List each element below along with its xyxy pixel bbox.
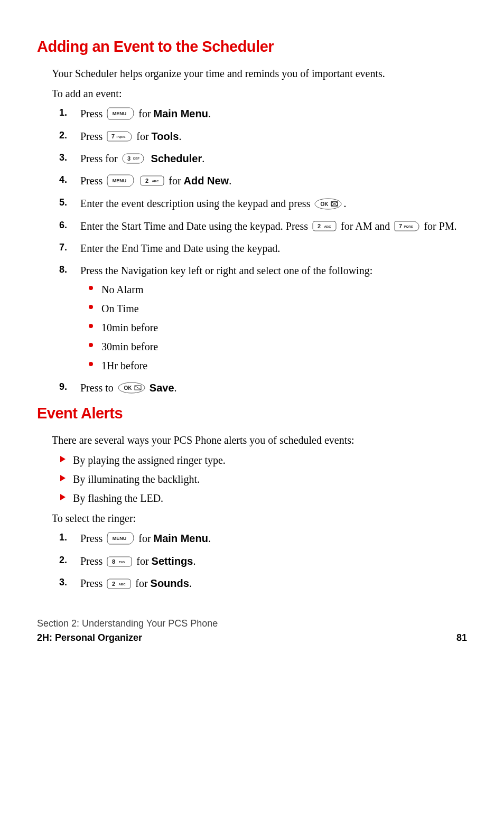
steps-list-1: 1. Press MENU for Main Menu. 2. Press 7P… (52, 106, 467, 396)
step-text: for AM and (338, 220, 393, 232)
step-number: 5. (59, 196, 67, 209)
step-bold: Main Menu (154, 533, 208, 544)
step-3: 3. Press for 3DEF Scheduler. (75, 151, 467, 166)
step-text: for (136, 533, 153, 544)
step-text: for PM. (421, 220, 456, 232)
alarm-option: 10min before (98, 320, 467, 335)
svg-text:ABC: ABC (324, 225, 332, 228)
step-text: Press (80, 175, 105, 186)
step-number: 3. (59, 151, 67, 164)
page-number: 81 (456, 631, 467, 645)
alarm-option: 30min before (98, 339, 467, 354)
alert-item: By illuminating the backlight. (70, 472, 467, 487)
svg-text:ABC: ABC (119, 583, 126, 586)
step-text: for (133, 577, 150, 589)
step-8: 8. Press the Navigation key left or righ… (75, 263, 467, 373)
step-text: Press the Navigation key left or right a… (80, 265, 372, 276)
key-2-icon: 2ABC (106, 578, 132, 590)
step-2: 2. Press 8TUV for Settings. (75, 554, 467, 568)
svg-text:ABC: ABC (152, 180, 160, 183)
step-text: . (208, 533, 211, 544)
alarm-option: 1Hr before (98, 358, 467, 373)
menu-key-icon: MENU (106, 174, 135, 188)
step-text: for (134, 130, 151, 142)
svg-text:DEF: DEF (133, 157, 139, 160)
svg-text:MENU: MENU (113, 178, 127, 183)
step-text: Press (80, 533, 105, 544)
key-7-icon: 7PQRS (106, 130, 133, 142)
step-text: . (174, 382, 177, 394)
svg-text:OK: OK (321, 201, 329, 207)
step-9: 9. Press to OK Save. (75, 380, 467, 395)
lead-text-1: To add an event: (52, 86, 467, 101)
svg-text:PQRS: PQRS (117, 135, 126, 138)
steps-list-2: 1. Press MENU for Main Menu. 2. Press 8T… (52, 531, 467, 591)
ok-key-icon: OK (117, 381, 146, 394)
step-text: Enter the End Time and Date using the ke… (80, 242, 280, 254)
svg-text:2: 2 (112, 581, 115, 587)
step-number: 9. (59, 380, 67, 394)
step-number: 1. (59, 106, 67, 119)
step-text: for (166, 175, 183, 186)
step-5: 5. Enter the event description using the… (75, 196, 467, 211)
step-text: Press (80, 555, 105, 567)
key-8-icon: 8TUV (106, 556, 133, 567)
alerts-list: By playing the assigned ringer type. By … (52, 453, 467, 506)
step-bold: Save (150, 382, 174, 394)
ok-key-icon: OK (314, 198, 342, 210)
alarm-option: On Time (98, 301, 467, 316)
intro-text-1: Your Scheduler helps organize your time … (52, 66, 467, 81)
step-text: Press (80, 577, 105, 589)
key-7-icon: 7PQRS (394, 220, 420, 232)
step-text: . (208, 108, 211, 119)
step-3: 3. Press 2ABC for Sounds. (75, 576, 467, 591)
alarm-option: No Alarm (98, 282, 467, 297)
step-6: 6. Enter the Start Time and Date using t… (75, 219, 467, 234)
step-1: 1. Press MENU for Main Menu. (75, 106, 467, 122)
page-footer: Section 2: Understanding Your PCS Phone … (37, 617, 467, 645)
step-text: Press to (80, 382, 116, 394)
step-number: 8. (59, 263, 67, 276)
svg-text:TUV: TUV (119, 561, 125, 564)
step-number: 2. (59, 129, 67, 142)
step-text: Press for (80, 153, 120, 164)
step-number: 3. (59, 576, 67, 589)
step-number: 2. (59, 554, 67, 567)
step-bold: Add New (184, 175, 229, 186)
step-number: 7. (59, 241, 67, 254)
step-text: . (179, 130, 181, 142)
step-number: 6. (59, 219, 67, 232)
svg-text:PQRS: PQRS (404, 225, 413, 228)
heading-event-alerts: Event Alerts (37, 403, 467, 424)
step-number: 4. (59, 173, 67, 186)
step-text: . (202, 153, 204, 164)
svg-text:8: 8 (112, 558, 115, 565)
lead-text-2: To select the ringer: (52, 511, 467, 526)
key-3-icon: 3DEF (122, 153, 145, 164)
step-bold: Settings (152, 555, 193, 567)
step-text: . (229, 175, 231, 186)
key-2-icon: 2ABC (312, 220, 337, 232)
menu-key-icon: MENU (106, 107, 135, 120)
step-number: 1. (59, 531, 67, 544)
svg-text:3: 3 (127, 155, 130, 162)
step-text: Press (80, 130, 105, 142)
heading-adding-event: Adding an Event to the Scheduler (37, 36, 467, 58)
footer-chapter-title: 2H: Personal Organizer (37, 631, 142, 645)
svg-text:2: 2 (318, 223, 321, 229)
menu-key-icon: MENU (106, 531, 135, 545)
step-text: Enter the event description using the ke… (80, 198, 313, 209)
step-text: for (134, 555, 151, 567)
alert-item: By playing the assigned ringer type. (70, 453, 467, 468)
step-2: 2. Press 7PQRS for Tools. (75, 129, 467, 144)
svg-text:7: 7 (399, 223, 402, 229)
step-text: . (343, 198, 346, 209)
step-1: 1. Press MENU for Main Menu. (75, 531, 467, 546)
key-2-icon: 2ABC (139, 175, 165, 186)
step-7: 7. Enter the End Time and Date using the… (75, 241, 467, 256)
step-text: Press (80, 108, 105, 119)
svg-text:MENU: MENU (113, 111, 127, 116)
step-text: . (189, 577, 192, 589)
step-bold: Scheduler (151, 153, 202, 164)
step-bold: Main Menu (154, 108, 208, 119)
